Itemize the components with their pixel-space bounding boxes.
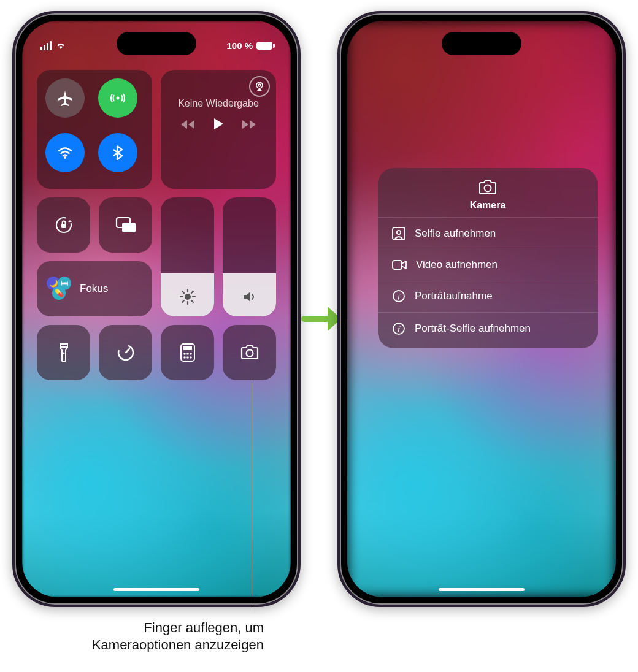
battery-percent: 100 % [226, 40, 253, 51]
svg-point-31 [485, 185, 491, 192]
callout-leader-line [252, 380, 252, 613]
focus-label: Fokus [80, 283, 108, 295]
camera-menu-item-video[interactable]: Video aufnehmen [378, 250, 598, 280]
dynamic-island [117, 32, 196, 55]
camera-menu-item-portrait-selfie[interactable]: f Porträt-Selfie aufnehmen [378, 312, 598, 345]
screen-mirroring-button[interactable] [99, 197, 152, 253]
camera-button[interactable] [223, 325, 276, 380]
svg-rect-5 [61, 224, 66, 228]
svg-rect-34 [393, 261, 402, 269]
timer-icon [116, 343, 136, 362]
brightness-slider[interactable] [161, 197, 214, 316]
calculator-icon [180, 343, 196, 362]
svg-point-2 [256, 82, 263, 88]
orientation-lock-icon [53, 215, 74, 235]
wifi-icon [55, 41, 66, 50]
media-title: Keine Wiedergabe [169, 98, 267, 109]
phone-right: Kamera Selfie aufnehmen Video aufnehmen … [337, 11, 626, 607]
wifi-icon [56, 143, 74, 162]
bluetooth-icon [109, 143, 127, 162]
portrait-selfie-icon: f [391, 321, 406, 336]
svg-line-14 [191, 300, 193, 302]
svg-line-20 [126, 349, 129, 353]
screen-mirroring-icon [115, 216, 137, 234]
volume-icon [241, 288, 258, 305]
bluetooth-toggle[interactable] [98, 133, 137, 172]
svg-point-1 [64, 156, 66, 159]
airplane-mode-toggle[interactable] [45, 78, 85, 118]
svg-point-26 [183, 356, 186, 359]
cellular-signal-icon [40, 41, 52, 50]
connectivity-platter[interactable] [37, 70, 152, 189]
flashlight-icon [57, 342, 71, 363]
svg-point-27 [186, 356, 189, 359]
camera-context-menu: Kamera Selfie aufnehmen Video aufnehmen … [378, 168, 598, 348]
svg-rect-7 [122, 223, 136, 232]
airplay-icon [254, 81, 265, 92]
camera-menu-item-selfie[interactable]: Selfie aufnehmen [378, 217, 598, 250]
svg-rect-32 [393, 227, 405, 240]
orientation-lock-button[interactable] [37, 197, 90, 253]
svg-rect-22 [183, 346, 192, 350]
video-icon [391, 259, 407, 271]
menu-item-label: Video aufnehmen [416, 259, 498, 271]
battery-icon [256, 42, 272, 50]
svg-line-13 [182, 291, 184, 293]
media-platter[interactable]: Keine Wiedergabe [161, 70, 276, 189]
menu-item-label: Porträt-Selfie aufnehmen [415, 323, 531, 335]
flashlight-button[interactable] [37, 325, 90, 380]
camera-icon [239, 344, 260, 361]
phone-left: 100 % [12, 11, 301, 607]
rewind-button[interactable] [180, 118, 196, 134]
wifi-toggle[interactable] [45, 133, 85, 172]
timer-button[interactable] [99, 325, 152, 380]
svg-point-0 [117, 97, 120, 100]
brightness-icon [179, 288, 196, 305]
camera-menu-item-portrait[interactable]: f Porträtaufnahme [378, 280, 598, 312]
calculator-button[interactable] [161, 325, 214, 380]
cellular-data-toggle[interactable] [98, 78, 137, 118]
svg-point-24 [186, 353, 189, 355]
forward-button[interactable] [241, 118, 257, 134]
play-icon [213, 118, 224, 130]
svg-point-17 [63, 353, 64, 354]
portrait-icon: f [391, 289, 406, 304]
svg-point-8 [185, 294, 191, 300]
camera-icon [477, 179, 498, 196]
svg-point-23 [183, 353, 186, 355]
volume-slider[interactable] [223, 197, 276, 316]
selfie-icon [391, 226, 406, 241]
menu-item-label: Porträtaufnahme [415, 290, 493, 302]
svg-point-25 [190, 353, 192, 355]
play-button[interactable] [213, 118, 224, 134]
svg-point-28 [190, 356, 192, 359]
svg-point-33 [397, 231, 401, 234]
dynamic-island [442, 32, 521, 55]
svg-point-29 [246, 350, 253, 357]
svg-line-15 [182, 300, 184, 302]
svg-text:f: f [398, 292, 401, 300]
airplane-icon [56, 89, 74, 107]
rewind-icon [180, 119, 196, 130]
svg-text:f: f [398, 325, 401, 332]
menu-item-label: Selfie aufnehmen [415, 227, 496, 240]
antenna-icon [109, 89, 127, 107]
home-indicator[interactable] [439, 588, 525, 591]
callout-text: Finger auflegen, um Kameraoptionen anzuz… [12, 619, 264, 653]
control-center: Keine Wiedergabe [37, 70, 276, 380]
svg-point-3 [258, 84, 261, 86]
svg-line-16 [191, 291, 193, 293]
pill-icon: 💊 [52, 286, 66, 300]
airplay-button[interactable] [249, 76, 270, 97]
home-indicator[interactable] [113, 588, 199, 591]
camera-menu-title: Kamera [378, 200, 598, 211]
forward-icon [241, 119, 257, 130]
focus-button[interactable]: 🌙 🛏 💊 Fokus [37, 261, 152, 316]
